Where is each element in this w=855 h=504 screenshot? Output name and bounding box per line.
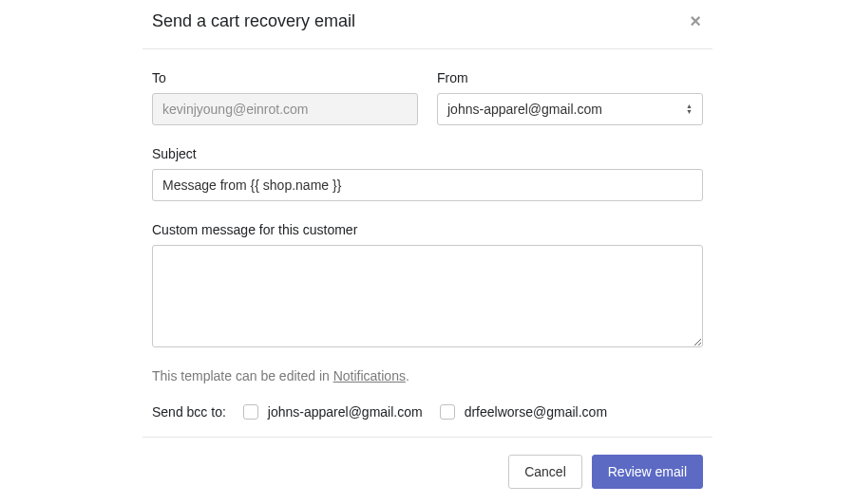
- select-arrows-icon: ▲ ▼: [686, 103, 693, 115]
- notifications-link[interactable]: Notifications: [333, 368, 406, 383]
- modal-header: Send a cart recovery email ×: [142, 0, 712, 49]
- template-note-prefix: This template can be edited in: [152, 368, 333, 383]
- to-label: To: [152, 70, 418, 85]
- template-note-suffix: .: [406, 368, 409, 383]
- custom-message-label: Custom message for this customer: [152, 222, 703, 237]
- from-selected-value: johns-apparel@gmail.com: [447, 102, 602, 117]
- cancel-button[interactable]: Cancel: [508, 455, 582, 489]
- bcc-email-1: drfeelworse@gmail.com: [465, 404, 607, 420]
- from-select[interactable]: johns-apparel@gmail.com ▲ ▼: [437, 93, 703, 125]
- bcc-checkbox-1[interactable]: [440, 404, 455, 420]
- subject-label: Subject: [152, 146, 703, 161]
- to-input: [152, 93, 418, 125]
- subject-field-group: Subject: [152, 146, 703, 201]
- modal-body: To From johns-apparel@gmail.com ▲ ▼ Subj…: [142, 49, 712, 437]
- modal-footer: Cancel Review email: [142, 437, 712, 498]
- modal-title: Send a cart recovery email: [152, 11, 355, 31]
- from-field-group: From johns-apparel@gmail.com ▲ ▼: [437, 70, 703, 125]
- cart-recovery-email-modal: Send a cart recovery email × To From joh…: [142, 0, 712, 498]
- close-icon[interactable]: ×: [688, 11, 703, 30]
- custom-message-field-group: Custom message for this customer: [152, 222, 703, 347]
- bcc-label: Send bcc to:: [152, 404, 226, 420]
- subject-input[interactable]: [152, 169, 703, 201]
- custom-message-textarea[interactable]: [152, 245, 703, 347]
- bcc-option-0: johns-apparel@gmail.com: [243, 404, 423, 420]
- template-note: This template can be edited in Notificat…: [152, 368, 703, 383]
- bcc-row: Send bcc to: johns-apparel@gmail.com drf…: [152, 404, 703, 420]
- bcc-email-0: johns-apparel@gmail.com: [268, 404, 423, 420]
- bcc-option-1: drfeelworse@gmail.com: [440, 404, 607, 420]
- to-field-group: To: [152, 70, 418, 125]
- bcc-checkbox-0[interactable]: [243, 404, 258, 420]
- review-email-button[interactable]: Review email: [592, 455, 703, 489]
- from-label: From: [437, 70, 703, 85]
